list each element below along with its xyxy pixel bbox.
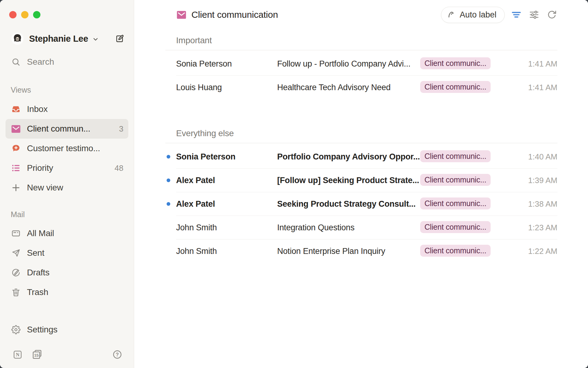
filter-icon[interactable] (510, 9, 522, 21)
views-nav-group: Inbox Client commun... 3 (0, 99, 134, 197)
email-row[interactable]: John Smith Notion Enterprise Plan Inquir… (165, 240, 557, 263)
calendar-icon[interactable]: 15 (32, 349, 42, 360)
auto-label-label: Auto label (460, 10, 496, 20)
svg-text:?: ? (116, 352, 119, 357)
email-subject: Follow up - Portfolio Company Advi... (277, 59, 420, 69)
close-window-button[interactable] (9, 11, 17, 18)
section-divider (165, 143, 557, 143)
profile-name: Stephanie Lee (29, 34, 88, 44)
minimize-window-button[interactable] (21, 11, 28, 18)
email-sender: Sonia Peterson (176, 152, 277, 162)
email-sender: John Smith (176, 247, 277, 256)
label-chip[interactable]: Client communic... (420, 174, 491, 186)
mail-nav-group: All Mail Sent Drafts (0, 224, 134, 302)
view-envelope-icon (177, 11, 186, 19)
email-time: 1:39 AM (495, 176, 557, 185)
email-time: 1:41 AM (495, 59, 557, 69)
sidebar-item-priority[interactable]: Priority 48 (6, 158, 128, 178)
email-time: 1:23 AM (495, 223, 557, 232)
envelope-icon (11, 124, 21, 133)
email-subject: [Follow up] Seeking Product Strate... (277, 176, 420, 185)
email-sender: Alex Patel (176, 176, 277, 185)
important-rows: Sonia Peterson Follow up - Portfolio Com… (165, 52, 557, 99)
sidebar-item-drafts[interactable]: Drafts (6, 263, 128, 282)
email-list: Important Sonia Peterson Follow up - Por… (134, 29, 588, 368)
email-row[interactable]: John Smith Integration Questions Client … (165, 216, 557, 239)
view-title-group: Client communication (177, 10, 278, 20)
sidebar-item-label: Inbox (27, 104, 48, 114)
svg-text:N: N (16, 352, 20, 357)
sidebar-item-label: All Mail (27, 228, 54, 238)
search-label: Search (27, 57, 54, 67)
email-time: 1:22 AM (495, 247, 557, 256)
trash-icon (11, 288, 21, 297)
display-settings-sliders-icon[interactable] (528, 9, 540, 21)
email-row[interactable]: Sonia Peterson Portfolio Company Advisor… (165, 145, 557, 168)
unread-dot (167, 178, 170, 182)
section-divider (165, 50, 557, 50)
label-chip[interactable]: Client communic... (420, 197, 491, 209)
plus-icon (11, 183, 21, 192)
email-row[interactable]: Sonia Peterson Follow up - Portfolio Com… (165, 52, 557, 75)
email-subject: Seeking Product Strategy Consult... (277, 199, 420, 209)
section-title-everything-else: Everything else (165, 128, 557, 138)
email-subject: Notion Enterprise Plan Inquiry (277, 247, 420, 256)
sidebar-item-label: New view (27, 183, 63, 193)
label-chip[interactable]: Client communic... (420, 245, 491, 257)
gear-icon (11, 325, 21, 334)
unread-dot (167, 155, 170, 159)
label-chip[interactable]: Client communic... (420, 150, 491, 162)
email-time: 1:38 AM (495, 199, 557, 209)
sent-icon (11, 248, 21, 258)
email-sender: Alex Patel (176, 199, 277, 209)
sidebar-item-client-communication[interactable]: Client commun... 3 (6, 119, 128, 139)
email-sender: Sonia Peterson (176, 59, 277, 69)
email-subject: Healthcare Tech Advisory Need (277, 83, 420, 92)
all-mail-icon (11, 229, 21, 238)
sidebar-item-settings[interactable]: Settings (6, 320, 128, 339)
drafts-icon (11, 268, 21, 277)
label-chip[interactable]: Client communic... (420, 57, 491, 69)
sidebar-section-mail: Mail (11, 210, 134, 218)
sidebar-item-label: Sent (27, 248, 44, 258)
help-icon[interactable]: ? (112, 350, 122, 359)
notion-logo-icon[interactable]: N (13, 350, 22, 359)
unread-count-badge: 3 (116, 124, 123, 134)
search-button[interactable]: Search (0, 53, 134, 71)
sidebar-item-all-mail[interactable]: All Mail (6, 224, 128, 243)
sidebar-item-label: Drafts (27, 268, 49, 278)
inbox-icon (11, 105, 21, 114)
auto-label-button[interactable]: Auto label (441, 7, 505, 23)
sidebar-item-label: Settings (27, 325, 58, 335)
label-chip[interactable]: Client communic... (420, 81, 491, 93)
chevron-down-icon[interactable] (92, 36, 99, 43)
section-title-important: Important (165, 36, 557, 45)
email-row[interactable]: Alex Patel Seeking Product Strategy Cons… (165, 192, 557, 216)
search-icon (11, 57, 21, 67)
label-chip[interactable]: Client communic... (420, 221, 491, 233)
window-controls (9, 11, 40, 18)
email-sender: Louis Huang (176, 83, 277, 92)
sidebar-spacer (0, 302, 134, 320)
testimonial-bubble-icon (11, 144, 21, 153)
sidebar-item-sent[interactable]: Sent (6, 243, 128, 263)
priority-list-icon (11, 163, 21, 173)
sidebar-item-label: Trash (27, 287, 48, 297)
zoom-window-button[interactable] (33, 11, 40, 18)
sidebar-item-inbox[interactable]: Inbox (6, 99, 128, 119)
account-switcher[interactable]: Stephanie Lee (0, 31, 134, 46)
email-row[interactable]: Louis Huang Healthcare Tech Advisory Nee… (165, 76, 557, 99)
sidebar-item-new-view[interactable]: New view (6, 178, 128, 197)
compose-icon[interactable] (115, 34, 124, 43)
main-panel: Client communication Auto label (134, 0, 588, 368)
sidebar: Stephanie Lee Search Views (0, 0, 134, 368)
sidebar-item-customer-testimonials[interactable]: Customer testimo... (6, 139, 128, 158)
refresh-icon[interactable] (546, 9, 558, 21)
sidebar-section-views: Views (11, 86, 134, 94)
email-sender: John Smith (176, 223, 277, 232)
email-row[interactable]: Alex Patel [Follow up] Seeking Product S… (165, 169, 557, 192)
email-time: 1:41 AM (495, 83, 557, 92)
app-window: Stephanie Lee Search Views (0, 0, 588, 368)
sidebar-item-trash[interactable]: Trash (6, 282, 128, 302)
svg-text:15: 15 (34, 353, 39, 358)
